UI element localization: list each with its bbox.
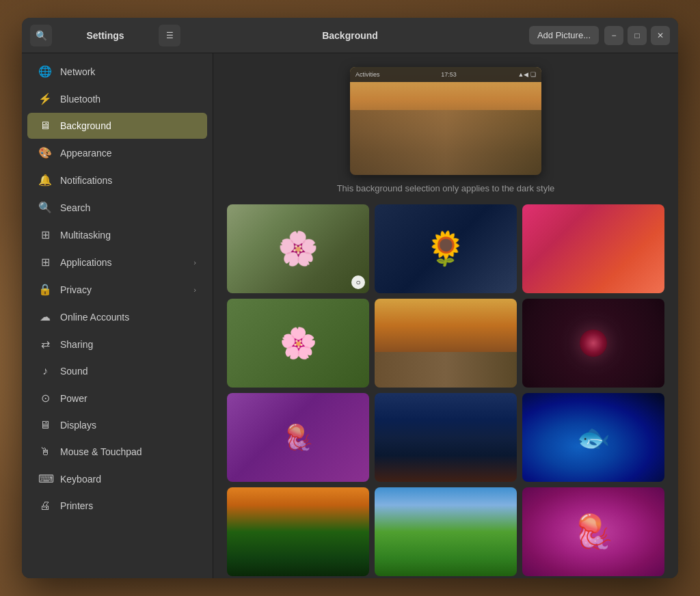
main-content: Activities 17:53 ▲◀ ❏ This background se… [213, 53, 678, 578]
sidebar-item-network[interactable]: 🌐 Network [27, 58, 207, 85]
sidebar-label-network: Network [60, 66, 196, 77]
sidebar-label-bluetooth: Bluetooth [60, 94, 196, 105]
sidebar-item-applications[interactable]: ⊞ Applications › [27, 249, 207, 275]
wallpaper-lake-bg [375, 393, 517, 482]
sidebar-item-keyboard[interactable]: ⌨ Keyboard [27, 465, 207, 492]
sidebar-item-notifications[interactable]: 🔔 Notifications [27, 167, 207, 193]
network-icon: 🌐 [38, 65, 52, 78]
search-icon: 🔍 [36, 30, 47, 41]
menu-button[interactable]: ☰ [159, 25, 180, 46]
wallpaper-purple-bg [227, 393, 369, 482]
keyboard-icon: ⌨ [38, 472, 52, 485]
minimize-button[interactable]: − [604, 26, 623, 45]
preview-status: ▲◀ ❏ [518, 71, 536, 78]
sidebar-label-online-accounts: Online Accounts [60, 312, 196, 323]
titlebar-left: 🔍 Settings ☰ [30, 25, 180, 46]
wallpaper-green-valley[interactable] [375, 487, 517, 576]
sidebar-item-sound[interactable]: ♪ Sound [27, 358, 207, 384]
sidebar-item-search[interactable]: 🔍 Search [27, 194, 207, 221]
preview-time: 17:53 [441, 71, 457, 78]
mouse-icon: 🖱 [38, 446, 52, 458]
sidebar-label-sharing: Sharing [60, 339, 196, 350]
displays-icon: 🖥 [38, 419, 52, 431]
sidebar-label-power: Power [60, 393, 196, 404]
titlebar: 🔍 Settings ☰ Background Add Picture... −… [22, 18, 678, 53]
sidebar-label-appearance: Appearance [60, 148, 196, 159]
add-picture-button[interactable]: Add Picture... [529, 26, 599, 44]
sidebar-label-keyboard: Keyboard [60, 474, 196, 485]
privacy-chevron-icon: › [193, 286, 196, 294]
sharing-icon: ⇄ [38, 338, 52, 351]
background-icon: 🖥 [38, 120, 52, 132]
wallpaper-cherry-2-bg [227, 299, 369, 388]
wallpaper-purple-jellyfish[interactable] [227, 393, 369, 482]
search-nav-icon: 🔍 [38, 201, 52, 214]
sidebar-item-online-accounts[interactable]: ☁ Online Accounts [27, 303, 207, 330]
wallpaper-jellyfish-bg [522, 487, 664, 576]
wallpaper-cherry-1-bg [227, 204, 369, 293]
sidebar-item-displays[interactable]: 🖥 Displays [27, 412, 207, 438]
wallpaper-mountain-sunset[interactable] [227, 487, 369, 576]
sidebar-item-bluetooth[interactable]: ⚡ Bluetooth [27, 85, 207, 112]
preview-caption: This background selection only applies t… [337, 183, 555, 193]
sidebar-item-printers[interactable]: 🖨 Printers [27, 493, 207, 519]
titlebar-right: Add Picture... − □ ✕ [529, 26, 670, 45]
wallpaper-sunset-bg [375, 299, 517, 388]
wallpaper-cherry-blossoms-2[interactable] [227, 299, 369, 388]
wallpaper-pink-jellyfish[interactable] [522, 487, 664, 576]
sidebar-item-power[interactable]: ⊙ Power [27, 385, 207, 411]
wallpaper-bioluminescent[interactable] [522, 393, 664, 482]
sidebar-label-sound: Sound [60, 366, 196, 377]
sidebar-item-mouse-touchpad[interactable]: 🖱 Mouse & Touchpad [27, 439, 207, 465]
sidebar-label-notifications: Notifications [60, 175, 196, 186]
sidebar-label-mouse-touchpad: Mouse & Touchpad [60, 446, 196, 457]
window-body: 🌐 Network ⚡ Bluetooth 🖥 Background 🎨 App… [22, 53, 678, 578]
sidebar-label-applications: Applications [60, 257, 185, 268]
appearance-icon: 🎨 [38, 146, 52, 159]
sidebar-item-sharing[interactable]: ⇄ Sharing [27, 331, 207, 357]
close-icon: ✕ [657, 31, 664, 40]
bluetooth-icon: ⚡ [38, 92, 52, 105]
sidebar-label-background: Background [60, 120, 196, 131]
applications-chevron-icon: › [193, 258, 196, 267]
sidebar-label-privacy: Privacy [60, 284, 185, 295]
sidebar-label-multitasking: Multitasking [60, 230, 196, 241]
wallpaper-valley-bg [375, 487, 517, 576]
wallpaper-lake-sunset[interactable] [375, 393, 517, 482]
preview-topbar: Activities 17:53 ▲◀ ❏ [350, 67, 541, 82]
selected-checkmark: ○ [351, 275, 365, 289]
multitasking-icon: ⊞ [38, 228, 52, 241]
sidebar-item-privacy[interactable]: 🔒 Privacy › [27, 276, 207, 303]
wallpaper-vinyl-record[interactable] [522, 299, 664, 388]
sidebar-label-printers: Printers [60, 500, 196, 511]
desktop-preview: Activities 17:53 ▲◀ ❏ [350, 67, 541, 175]
maximize-button[interactable]: □ [628, 26, 647, 45]
wallpaper-cherry-blossoms-1[interactable]: ○ [227, 204, 369, 293]
sound-icon: ♪ [38, 365, 52, 377]
settings-window: 🔍 Settings ☰ Background Add Picture... −… [22, 18, 678, 578]
sidebar-item-multitasking[interactable]: ⊞ Multitasking [27, 221, 207, 248]
search-button[interactable]: 🔍 [30, 25, 52, 46]
notifications-icon: 🔔 [38, 174, 52, 187]
sidebar-label-search: Search [60, 202, 196, 213]
power-icon: ⊙ [38, 392, 52, 405]
sidebar-label-displays: Displays [60, 420, 196, 431]
wallpaper-sunflower[interactable] [375, 204, 517, 293]
privacy-icon: 🔒 [38, 283, 52, 296]
printers-icon: 🖨 [38, 500, 52, 512]
sidebar-item-background[interactable]: 🖥 Background [27, 113, 207, 139]
wallpaper-sunset-path[interactable] [375, 299, 517, 388]
wallpaper-gradient-bg [522, 204, 664, 293]
preview-container: Activities 17:53 ▲◀ ❏ This background se… [227, 67, 664, 193]
wallpaper-biolum-bg [522, 393, 664, 482]
wallpaper-grid: ○ [227, 204, 664, 576]
minimize-icon: − [611, 31, 616, 40]
sidebar: 🌐 Network ⚡ Bluetooth 🖥 Background 🎨 App… [22, 53, 213, 578]
wallpaper-gradient-pink[interactable] [522, 204, 664, 293]
close-button[interactable]: ✕ [651, 26, 670, 45]
sidebar-title: Settings [57, 30, 153, 41]
online-accounts-icon: ☁ [38, 310, 52, 323]
sidebar-item-appearance[interactable]: 🎨 Appearance [27, 139, 207, 166]
preview-activities: Activities [355, 71, 380, 78]
wallpaper-mountain-bg [227, 487, 369, 576]
